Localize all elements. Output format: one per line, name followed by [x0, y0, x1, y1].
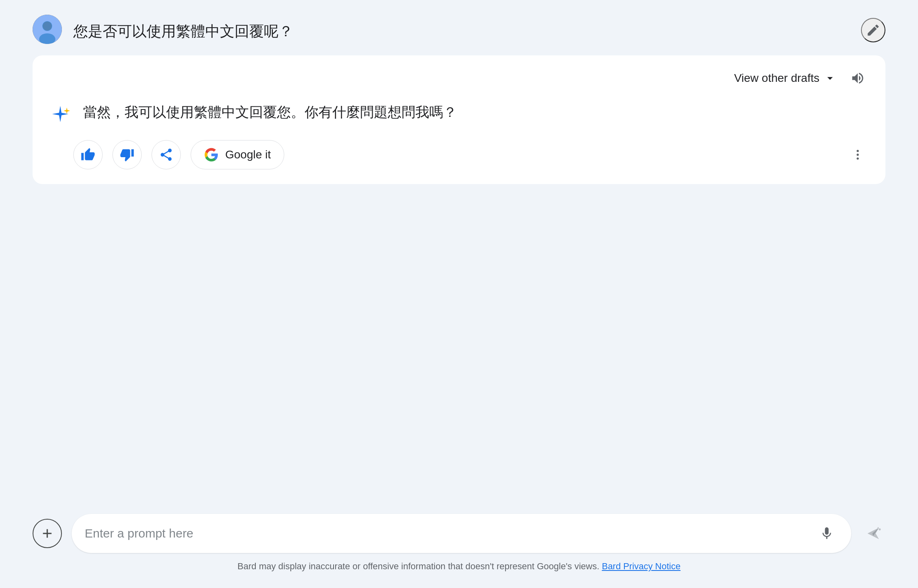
svg-point-3 [43, 22, 52, 31]
input-row [33, 514, 885, 553]
user-message-row: 您是否可以使用繁體中文回覆呢？ [33, 0, 885, 55]
empty-space [33, 200, 885, 506]
bottom-area: Bard may display inaccurate or offensive… [0, 506, 918, 588]
share-icon [159, 147, 173, 162]
input-container [72, 514, 851, 553]
google-g-icon [204, 147, 219, 162]
chevron-down-icon [824, 72, 837, 85]
disclaimer-text: Bard may display inaccurate or offensive… [237, 561, 681, 572]
edit-icon [866, 23, 881, 37]
avatar [33, 15, 62, 44]
google-it-label: Google it [225, 148, 271, 161]
view-other-drafts-label: View other drafts [734, 72, 819, 85]
user-message-text: 您是否可以使用繁體中文回覆呢？ [73, 15, 850, 42]
plus-icon [40, 526, 55, 541]
speaker-icon [850, 71, 865, 86]
svg-point-6 [857, 158, 859, 160]
ai-response-header: View other drafts [33, 55, 885, 90]
thumbs-up-button[interactable] [73, 140, 103, 169]
thumbs-down-button[interactable] [112, 140, 142, 169]
ai-response-text: 當然，我可以使用繁體中文回覆您。你有什麼問題想問我嗎？ [83, 101, 869, 123]
svg-point-4 [857, 150, 859, 152]
mic-button[interactable] [815, 522, 838, 545]
thumbs-down-icon [120, 147, 134, 162]
more-options-icon [851, 148, 864, 161]
ai-response-area: View other drafts [33, 55, 885, 184]
bard-sparkle-icon [49, 103, 72, 125]
bard-privacy-notice-link[interactable]: Bard Privacy Notice [602, 561, 681, 571]
thumbs-up-icon [81, 147, 95, 162]
svg-point-7 [879, 529, 881, 531]
view-other-drafts-button[interactable]: View other drafts [734, 72, 837, 85]
share-button[interactable] [152, 140, 181, 169]
svg-point-5 [857, 154, 859, 156]
add-button[interactable] [33, 519, 62, 548]
mic-icon [819, 526, 834, 541]
google-it-button[interactable]: Google it [191, 140, 284, 169]
disclaimer-row: Bard may display inaccurate or offensive… [33, 553, 885, 572]
ai-response-body: 當然，我可以使用繁體中文回覆您。你有什麼問題想問我嗎？ [33, 90, 885, 140]
action-buttons-row: Google it [33, 140, 885, 184]
prompt-input[interactable] [85, 527, 807, 540]
edit-button[interactable] [861, 18, 885, 42]
send-button[interactable] [861, 521, 885, 546]
more-options-button[interactable] [846, 143, 869, 166]
send-icon [864, 524, 882, 542]
speaker-button[interactable] [846, 67, 869, 90]
svg-point-8 [878, 527, 879, 529]
